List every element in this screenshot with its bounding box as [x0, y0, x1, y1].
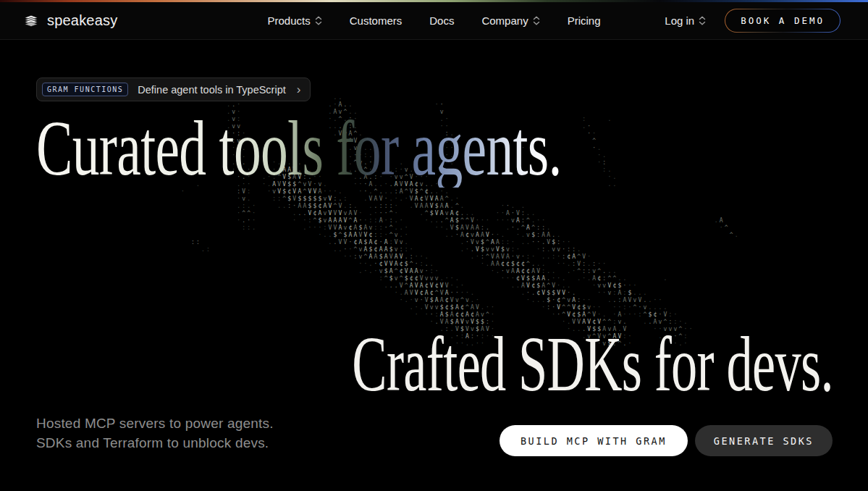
speakeasy-landing-page: speakeasy Products Customers Docs Compan… [0, 0, 868, 491]
nav-item-label: Company [481, 14, 528, 27]
nav-item-docs[interactable]: Docs [429, 14, 454, 27]
generate-sdks-button[interactable]: GENERATE SDKS [695, 425, 833, 456]
log-in-link[interactable]: Log in [665, 14, 706, 27]
subtext-line-2: SDKs and Terraform to unblock devs. [36, 434, 274, 453]
banner-text: Define agent tools in TypeScript [138, 84, 285, 96]
top-gradient-strip [0, 0, 868, 2]
stacked-layers-logo-icon [22, 12, 41, 30]
nav-bar: speakeasy Products Customers Docs Compan… [0, 2, 868, 40]
nav-right-group: Log in BOOK A DEMO [665, 9, 840, 33]
nav-item-label: Customers [350, 14, 403, 27]
nav-item-products[interactable]: Products [268, 14, 322, 27]
chevron-updown-icon [699, 16, 706, 25]
speakeasy-logo[interactable]: speakeasy [22, 12, 117, 30]
nav-item-customers[interactable]: Customers [350, 14, 403, 27]
nav-menu: Products Customers Docs Company Pricing [268, 14, 601, 27]
chevron-right-icon: › [297, 83, 301, 96]
hero-subtext: Hosted MCP servers to power agents. SDKs… [36, 414, 274, 453]
nav-item-pricing[interactable]: Pricing [568, 14, 601, 27]
nav-item-label: Products [268, 14, 311, 27]
gram-functions-tag: GRAM FUNCTIONS [42, 83, 128, 96]
chevron-updown-icon [315, 16, 322, 25]
logo-wordmark: speakeasy [47, 12, 117, 29]
book-a-demo-label: BOOK A DEMO [725, 9, 840, 32]
subtext-line-1: Hosted MCP servers to power agents. [36, 414, 274, 434]
nav-item-label: Pricing [568, 14, 601, 27]
book-a-demo-button[interactable]: BOOK A DEMO [725, 9, 840, 33]
hero-cta-group: BUILD MCP WITH GRAM GENERATE SDKS [500, 425, 833, 456]
build-mcp-with-gram-button[interactable]: BUILD MCP WITH GRAM [500, 425, 688, 456]
nav-item-label: Docs [429, 14, 454, 27]
chevron-updown-icon [533, 16, 540, 25]
gram-functions-banner[interactable]: GRAM FUNCTIONS Define agent tools in Typ… [36, 77, 311, 101]
headline-curated-tools: Curated tools for agents. [36, 109, 562, 188]
headline-crafted-sdks: Crafted SDKs for devs. [352, 325, 833, 403]
log-in-label: Log in [665, 14, 694, 27]
nav-item-company[interactable]: Company [481, 14, 539, 27]
